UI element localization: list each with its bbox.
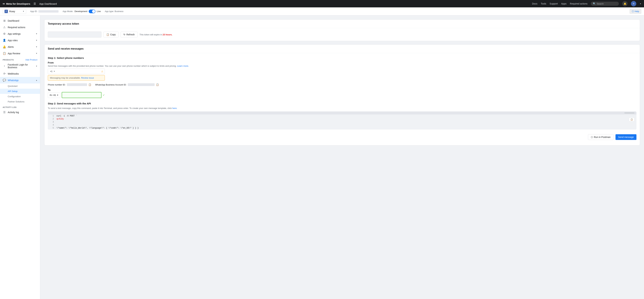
sidebar-sub-item-partner-solutions[interactable]: Partner Solutions xyxy=(0,99,40,104)
sidebar-item-required-actions[interactable]: ⚠ Required actions xyxy=(0,24,40,30)
add-product-link[interactable]: Add Product xyxy=(25,59,38,61)
sidebar-sub-item-label: Quickstart xyxy=(8,85,18,87)
token-card-title: Temporary access token xyxy=(48,22,636,25)
copy-button[interactable]: 📋 Copy xyxy=(104,32,118,37)
app-mode-live: Live xyxy=(97,10,101,12)
sidebar-item-app-review[interactable]: 📋 App Review ▼ xyxy=(0,50,40,57)
sidebar-sub-item-quickstart[interactable]: Quickstart xyxy=(0,83,40,89)
app-mode-toggle[interactable] xyxy=(89,9,96,13)
brand-logo[interactable]: ∞ Meta for Developers xyxy=(3,2,30,5)
country-select[interactable]: IN +91 ▼ xyxy=(48,92,60,98)
app-name: Rowy xyxy=(9,10,15,13)
brand-name: Meta for Developers xyxy=(6,2,30,5)
navbar-link-tools[interactable]: Tools xyxy=(541,2,546,5)
learn-more-link[interactable]: Learn more. xyxy=(177,65,189,67)
avatar[interactable]: R xyxy=(631,1,636,6)
line-num: 5 xyxy=(50,127,54,129)
sidebar-sub-item-configuration[interactable]: Configuration xyxy=(0,94,40,99)
app-id-label: App ID: xyxy=(30,10,38,12)
navbar-link-docs[interactable]: Docs xyxy=(532,2,537,5)
line-code: \"name\": \"hello_World\", \"language\":… xyxy=(56,127,139,129)
phone-select-chevron-icon: ▼ xyxy=(54,70,55,72)
refresh-button[interactable]: ↻ Refresh xyxy=(120,32,138,37)
navbar-link-apps[interactable]: Apps xyxy=(561,2,566,5)
search-box[interactable]: 🔍 xyxy=(591,2,619,6)
webhooks-icon: ⟳ xyxy=(3,72,6,75)
waba-id-copy-icon[interactable]: 📋 xyxy=(156,83,159,86)
sidebar: ⊞ Dashboard ⚠ Required actions ⚙ App set… xyxy=(0,15,40,299)
sidebar-item-label: WhatsApp xyxy=(8,79,18,82)
sidebar-item-webhooks[interactable]: ⟳ Webhooks xyxy=(0,70,40,77)
phone-select[interactable]: +1 ▼ xyxy=(48,69,101,74)
here-link[interactable]: here. xyxy=(172,107,177,109)
navbar: ∞ Meta for Developers ☰ App Dashboard Do… xyxy=(0,0,644,7)
line-num: 1 xyxy=(50,115,54,117)
sidebar-item-whatsapp[interactable]: 💬 WhatsApp ▲ xyxy=(0,77,40,83)
send-message-button[interactable]: Send message xyxy=(616,134,636,140)
products-label: Products xyxy=(3,59,14,61)
app-settings-chevron-icon: ▼ xyxy=(36,33,38,35)
refresh-label: Refresh xyxy=(126,33,135,36)
code-scrollbar[interactable] xyxy=(624,112,634,113)
subheader: R Rowy ▼ App ID: App Mode: Development L… xyxy=(0,7,644,15)
token-input[interactable] xyxy=(48,31,102,37)
step2-title: Step 2: Send messages with the API xyxy=(48,102,636,105)
sidebar-item-app-roles[interactable]: 👤 App roles ▼ xyxy=(0,37,40,43)
sidebar-sub-item-label: Partner Solutions xyxy=(8,100,24,103)
meta-logo-icon: ∞ xyxy=(3,2,5,5)
main-content: Temporary access token 📋 Copy ↻ Refresh … xyxy=(40,15,644,299)
to-label: To xyxy=(48,89,636,91)
search-icon: 🔍 xyxy=(593,2,596,5)
sidebar-item-facebook-login[interactable]: f Facebook Login for Business ▼ xyxy=(0,62,40,70)
code-container[interactable]: 📋 1 curl -i -X POST ` 2 qcXlDy 3 xyxy=(48,111,636,130)
sidebar-item-alerts[interactable]: 🔔 Alerts ▼ xyxy=(0,43,40,50)
send-receive-card: Send and receive messages Step 1: Select… xyxy=(44,44,640,145)
activity-section-label: Activity log xyxy=(0,104,40,109)
phone-id-label: Phone number ID: xyxy=(48,83,66,86)
sidebar-item-label: App Review xyxy=(8,52,20,55)
warning-text: Messaging may be unavailable. xyxy=(50,77,80,79)
to-phone-input[interactable] xyxy=(62,92,102,98)
app-type-section: App type: Business xyxy=(105,10,124,12)
navbar-link-support[interactable]: Support xyxy=(550,2,558,5)
app-selector[interactable]: R Rowy ▼ xyxy=(3,9,26,14)
app-type-value: Business xyxy=(114,10,124,12)
sidebar-item-label: Activity log xyxy=(8,111,19,114)
phone-id-copy-icon[interactable]: 📋 xyxy=(88,83,91,86)
country-code: IN +91 xyxy=(50,94,56,96)
waba-id-field: WhatsApp Business Account ID: 📋 xyxy=(95,83,159,86)
refresh-icon: ↻ xyxy=(124,33,126,36)
sidebar-item-label: Dashboard xyxy=(8,19,19,22)
run-postman-label: Run in Postman xyxy=(594,136,611,138)
token-card-header: Temporary access token xyxy=(44,20,640,28)
phone-prefix: +1 xyxy=(50,70,52,73)
sidebar-item-activity-log[interactable]: ☰ Activity log xyxy=(0,109,40,115)
step2-desc: To send a test message, copy this comman… xyxy=(48,107,636,109)
navbar-link-required-actions[interactable]: Required actions xyxy=(570,2,588,5)
facebook-icon: f xyxy=(3,65,6,67)
run-in-postman-button[interactable]: ⬡ Run in Postman xyxy=(588,134,614,140)
sidebar-item-app-settings[interactable]: ⚙ App settings ▼ xyxy=(0,30,40,37)
required-actions-icon: ⚠ xyxy=(3,26,6,29)
copy-code-button[interactable]: 📋 xyxy=(629,117,634,121)
sidebar-sub-item-api-setup[interactable]: API Setup xyxy=(0,89,40,94)
hamburger-icon[interactable]: ☰ xyxy=(34,2,36,5)
activity-label: Activity log xyxy=(3,106,16,108)
to-row: IN +91 ▼ ✓ xyxy=(48,92,105,98)
search-input[interactable] xyxy=(597,2,617,5)
review-issue-link[interactable]: Review issue xyxy=(81,77,94,79)
help-button[interactable]: ⓘ Help xyxy=(630,9,641,14)
alerts-chevron-icon: ▼ xyxy=(36,46,38,48)
notifications-button[interactable]: 🔔 xyxy=(622,1,628,6)
app-roles-icon: 👤 xyxy=(3,39,6,42)
whatsapp-chevron-icon: ▲ xyxy=(36,79,38,81)
sidebar-item-label: Webhooks xyxy=(8,72,19,75)
step1-title: Step 1: Select phone numbers xyxy=(48,56,636,59)
app-type-label: App type: xyxy=(105,10,114,12)
account-chevron-icon[interactable]: ▼ xyxy=(640,3,641,5)
sidebar-item-dashboard[interactable]: ⊞ Dashboard xyxy=(0,17,40,24)
app-icon: R xyxy=(4,10,8,13)
waba-id-label: WhatsApp Business Account ID: xyxy=(95,83,126,86)
app-id-section: App ID: xyxy=(30,10,58,12)
code-header xyxy=(48,111,636,114)
